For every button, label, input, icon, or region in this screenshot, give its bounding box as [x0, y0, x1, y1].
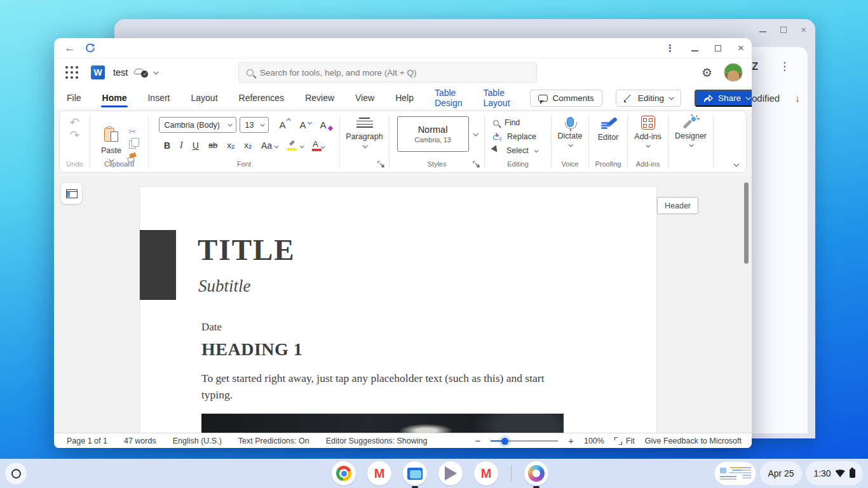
addins-chevron-icon[interactable] — [646, 143, 651, 147]
zoom-level[interactable]: 100% — [584, 437, 604, 445]
back-icon[interactable]: ← — [62, 42, 78, 55]
fit-button[interactable]: Fit — [614, 437, 635, 445]
superscript-button[interactable]: x2 — [240, 139, 255, 151]
paragraph-button[interactable]: Paragraph — [346, 132, 383, 141]
tab-layout[interactable]: Layout — [189, 88, 219, 108]
gmail-app-button[interactable]: M — [367, 461, 391, 485]
text-predictions-status[interactable]: Text Predictions: On — [238, 437, 309, 445]
replace-button[interactable]: bc Replace — [493, 130, 536, 144]
saved-to-cloud-icon[interactable]: ✓ — [134, 67, 148, 78]
styles-gallery-chevron-icon[interactable] — [473, 131, 478, 136]
redo-icon[interactable]: ↷ — [70, 128, 80, 141]
search-bar[interactable] — [238, 62, 537, 83]
paragraph-icon[interactable] — [356, 118, 373, 129]
undo-icon[interactable]: ↶ — [70, 116, 80, 128]
cut-icon[interactable]: ✂ — [129, 128, 137, 136]
select-button[interactable]: Select — [493, 144, 538, 158]
files-close-button[interactable]: × — [801, 27, 806, 33]
addins-grid-icon[interactable] — [641, 116, 655, 130]
change-case-button[interactable]: Aa — [257, 139, 281, 152]
font-size-select[interactable]: 13 — [240, 117, 269, 133]
window-maximize-button[interactable] — [715, 45, 721, 51]
feedback-link[interactable]: Give Feedback to Microsoft — [645, 437, 742, 445]
play-store-app-button[interactable] — [438, 461, 463, 485]
date-pill[interactable]: Apr 25 — [760, 461, 802, 485]
page-count-status[interactable]: Page 1 of 1 — [67, 437, 107, 445]
tab-view[interactable]: View — [354, 88, 376, 108]
zoom-slider-thumb[interactable] — [501, 438, 508, 445]
tab-table-design[interactable]: Table Design — [433, 83, 464, 113]
settings-gear-icon[interactable]: ⚙ — [702, 65, 712, 79]
browser-menu-icon[interactable]: ⋮ — [665, 43, 675, 54]
designer-button[interactable]: Designer — [675, 132, 707, 140]
editor-icon[interactable] — [601, 116, 615, 130]
share-button[interactable]: Share — [695, 90, 752, 107]
files-modified-column-label[interactable]: odified — [752, 93, 780, 104]
files-sort-direction-icon[interactable]: ↓ — [795, 93, 800, 104]
screenshot-preview-button[interactable] — [714, 461, 756, 485]
paste-button[interactable]: Paste — [101, 127, 121, 162]
font-family-select[interactable]: Cambria (Body) — [159, 117, 236, 133]
strikethrough-button[interactable]: ab — [205, 139, 221, 151]
bold-button[interactable]: B — [160, 139, 174, 152]
dictate-chevron-icon[interactable] — [568, 142, 573, 147]
shrink-font-button[interactable]: A — [297, 119, 308, 131]
tab-file[interactable]: File — [65, 88, 83, 108]
doc-body-text[interactable]: To get started right away, just tap any … — [201, 370, 570, 403]
language-status[interactable]: English (U.S.) — [173, 437, 222, 445]
styles-dialog-launcher-icon[interactable] — [473, 161, 480, 168]
files-app-button[interactable] — [403, 461, 427, 485]
gmail-app-button-2[interactable]: M — [474, 461, 498, 485]
underline-button[interactable]: U — [189, 139, 203, 152]
subscript-button[interactable]: x2 — [223, 139, 238, 151]
tab-help[interactable]: Help — [394, 88, 415, 108]
app-launcher-icon[interactable] — [65, 66, 78, 79]
launcher-button[interactable] — [5, 463, 27, 484]
chrome-app-button[interactable] — [332, 461, 356, 485]
font-color-button[interactable]: A — [309, 138, 328, 152]
clear-formatting-button[interactable]: A — [318, 119, 329, 131]
microsoft365-app-button[interactable] — [524, 461, 548, 485]
document-image[interactable] — [201, 414, 564, 433]
word-count-status[interactable]: 47 words — [124, 437, 156, 445]
doc-heading-text[interactable]: HEADING 1 — [201, 339, 302, 360]
doc-subtitle-text[interactable]: Subtitle — [198, 276, 251, 296]
vertical-scrollbar[interactable] — [744, 182, 749, 264]
navigation-pane-toggle-button[interactable] — [61, 183, 82, 204]
tab-references[interactable]: References — [238, 88, 286, 108]
paragraph-dialog-launcher-icon[interactable] — [377, 161, 384, 168]
designer-icon[interactable] — [684, 116, 698, 130]
tab-review[interactable]: Review — [304, 88, 336, 108]
editor-button[interactable]: Editor — [598, 133, 619, 142]
addins-button[interactable]: Add-ins — [634, 132, 661, 141]
files-menu-icon[interactable]: ⋮ — [779, 60, 790, 73]
doc-title-text[interactable]: TITLE — [198, 233, 295, 267]
account-avatar[interactable] — [724, 63, 743, 82]
dictate-button[interactable]: Dictate — [558, 132, 583, 140]
document-page[interactable]: TITLE Subtitle Date HEADING 1 To get sta… — [139, 186, 657, 433]
zoom-slider[interactable] — [491, 437, 558, 445]
tab-home[interactable]: Home — [101, 88, 128, 108]
zoom-out-button[interactable]: − — [475, 435, 480, 446]
editor-suggestions-status[interactable]: Editor Suggestions: Showing — [326, 437, 428, 445]
comments-button[interactable]: Comments — [530, 90, 602, 107]
header-chip[interactable]: Header — [657, 197, 698, 214]
editing-mode-button[interactable]: Editing — [616, 90, 681, 107]
window-minimize-button[interactable] — [691, 50, 698, 51]
tab-insert[interactable]: Insert — [146, 88, 171, 108]
doc-date-text[interactable]: Date — [201, 321, 222, 334]
tab-table-layout[interactable]: Table Layout — [482, 83, 512, 113]
designer-chevron-icon[interactable] — [689, 142, 693, 147]
paragraph-chevron-icon[interactable] — [362, 143, 367, 148]
window-close-button[interactable]: × — [738, 44, 744, 52]
document-title[interactable]: test — [113, 67, 128, 78]
word-logo-icon[interactable]: W — [91, 65, 105, 79]
copy-icon[interactable] — [129, 140, 136, 149]
grow-font-button[interactable]: A — [276, 119, 288, 131]
zoom-in-button[interactable]: + — [568, 435, 574, 446]
files-minimize-button[interactable] — [759, 31, 766, 32]
reload-icon[interactable] — [82, 43, 98, 53]
search-input[interactable] — [260, 68, 529, 78]
dictate-microphone-icon[interactable] — [567, 117, 574, 127]
italic-button[interactable]: I — [176, 139, 187, 152]
